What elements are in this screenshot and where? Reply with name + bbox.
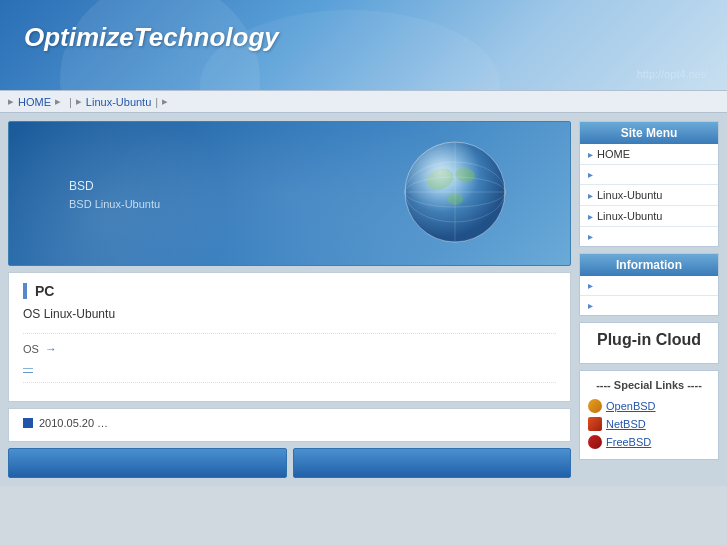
section1-title: OS Linux-Ubuntu: [23, 307, 556, 321]
breadcrumb: ▸ HOME ▸ | ▸ Linux-Ubuntu | ▸: [0, 90, 727, 113]
link-netbsd[interactable]: NetBSD: [588, 415, 710, 433]
breadcrumb-sep2: ▸: [55, 95, 61, 108]
content-section-2: OS → —: [23, 342, 556, 383]
news-bullet-1: [23, 418, 33, 428]
svg-point-8: [405, 142, 505, 242]
news-box: 2010.05.20 …: [8, 408, 571, 442]
content-area: BSD BSD Linux-Ubuntu: [8, 121, 571, 478]
link-openbsd[interactable]: OpenBSD: [588, 397, 710, 415]
news-text-1: 2010.05.20 …: [39, 417, 108, 429]
plugin-cloud: Plug-in Cloud: [579, 322, 719, 364]
site-menu-section: Site Menu ▸ HOME ▸ ▸ Linux-Ubuntu ▸ Linu…: [579, 121, 719, 247]
sidebar-arrow-1: ▸: [588, 149, 593, 160]
header: OptimizeTechnology http://opt4.net/: [0, 0, 727, 90]
section2-label: OS: [23, 343, 39, 355]
content-section-1: OS Linux-Ubuntu: [23, 307, 556, 334]
info-item-1[interactable]: ▸: [580, 276, 718, 296]
breadcrumb-sep6: ▸: [162, 95, 168, 108]
openbsd-label: OpenBSD: [606, 400, 656, 412]
sidebar-item-linux2-label: Linux-Ubuntu: [597, 210, 662, 222]
freebsd-label: FreeBSD: [606, 436, 651, 448]
news-item-1: 2010.05.20 …: [23, 417, 556, 429]
netbsd-icon: [588, 417, 602, 431]
hero-line1: BSD: [69, 177, 160, 196]
section2-detail: OS →: [23, 342, 556, 356]
breadcrumb-sep5: |: [155, 96, 158, 108]
svg-point-1: [423, 165, 456, 193]
sidebar-item-linux1[interactable]: ▸ Linux-Ubuntu: [580, 185, 718, 206]
svg-point-2: [454, 166, 476, 183]
sidebar: Site Menu ▸ HOME ▸ ▸ Linux-Ubuntu ▸ Linu…: [579, 121, 719, 478]
sidebar-item-home-label: HOME: [597, 148, 630, 160]
section2-arrow-link[interactable]: →: [45, 342, 57, 356]
sidebar-item-linux2[interactable]: ▸ Linux-Ubuntu: [580, 206, 718, 227]
breadcrumb-sep3: |: [69, 96, 72, 108]
main-container: BSD BSD Linux-Ubuntu: [0, 113, 727, 486]
sidebar-item-5[interactable]: ▸: [580, 227, 718, 246]
breadcrumb-sep4: ▸: [76, 95, 82, 108]
sidebar-item-home[interactable]: ▸ HOME: [580, 144, 718, 165]
svg-point-3: [447, 193, 463, 205]
plugin-cloud-title: Plug-in Cloud: [588, 331, 710, 349]
breadcrumb-home[interactable]: HOME: [18, 96, 51, 108]
header-url: http://opt4.net/: [637, 68, 707, 80]
hero-globe-icon: [400, 137, 510, 247]
sidebar-item-2[interactable]: ▸: [580, 165, 718, 185]
sidebar-arrow-2: ▸: [588, 169, 593, 180]
link-freebsd[interactable]: FreeBSD: [588, 433, 710, 451]
openbsd-icon: [588, 399, 602, 413]
special-links-title: ---- Special Links ----: [588, 379, 710, 391]
content-box: PC OS Linux-Ubuntu OS → —: [8, 272, 571, 402]
special-links: ---- Special Links ---- OpenBSD NetBSD F…: [579, 370, 719, 460]
info-section: Information ▸ ▸: [579, 253, 719, 316]
breadcrumb-linux[interactable]: Linux-Ubuntu: [86, 96, 151, 108]
info-item-2[interactable]: ▸: [580, 296, 718, 315]
hero-banner: BSD BSD Linux-Ubuntu: [8, 121, 571, 266]
bottom-box-2[interactable]: [293, 448, 572, 478]
site-title: OptimizeTechnology: [24, 22, 279, 53]
netbsd-label: NetBSD: [606, 418, 646, 430]
info-arrow-2: ▸: [588, 300, 593, 311]
section2-small-link[interactable]: —: [23, 362, 33, 373]
content-main-title: PC: [23, 283, 556, 299]
sidebar-item-linux1-label: Linux-Ubuntu: [597, 189, 662, 201]
info-arrow-1: ▸: [588, 280, 593, 291]
breadcrumb-sep1: ▸: [8, 95, 14, 108]
hero-line2: BSD Linux-Ubuntu: [69, 196, 160, 214]
freebsd-icon: [588, 435, 602, 449]
bottom-row: [8, 448, 571, 478]
info-header: Information: [580, 254, 718, 276]
sidebar-arrow-3: ▸: [588, 190, 593, 201]
bottom-box-1[interactable]: [8, 448, 287, 478]
sidebar-arrow-5: ▸: [588, 231, 593, 242]
site-menu-header: Site Menu: [580, 122, 718, 144]
sidebar-arrow-4: ▸: [588, 211, 593, 222]
hero-text: BSD BSD Linux-Ubuntu: [69, 177, 160, 214]
